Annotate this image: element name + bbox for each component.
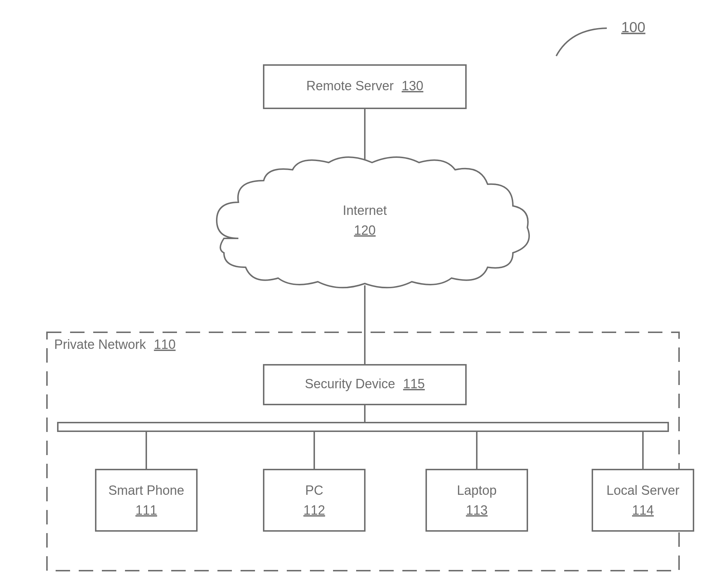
pc-ref: 112 [303, 503, 325, 518]
localserver-label: Local Server [606, 483, 679, 498]
smartphone-ref: 111 [135, 503, 157, 518]
svg-rect-9 [592, 470, 693, 531]
remote-server-label: Remote Server [306, 78, 394, 93]
localserver-ref: 114 [632, 503, 654, 518]
internet-label: Internet [343, 203, 387, 218]
smartphone-label: Smart Phone [108, 483, 184, 498]
private-network-ref: 110 [154, 337, 176, 352]
security-device-box: Security Device 115 [264, 365, 466, 405]
laptop-ref: 113 [466, 503, 488, 518]
svg-rect-6 [96, 470, 197, 531]
svg-text:Private Network
      110: Private Network 110 [54, 337, 176, 352]
localserver-box: Local Server 114 [592, 470, 693, 531]
pc-box: PC 112 [264, 470, 365, 531]
remote-server-ref: 130 [402, 78, 423, 93]
laptop-label: Laptop [457, 483, 497, 498]
internet-cloud: Internet 120 [217, 157, 529, 287]
figure-reference-number: 100 [621, 19, 645, 35]
pc-label: PC [305, 483, 323, 498]
svg-rect-7 [264, 470, 365, 531]
internet-ref: 120 [354, 223, 376, 238]
security-device-ref: 115 [403, 376, 425, 391]
smartphone-box: Smart Phone 111 [96, 470, 197, 531]
network-architecture-diagram: 100 Remote Server 130 Internet 120 Priva… [0, 0, 726, 588]
network-bus [58, 423, 668, 431]
security-device-label: Security Device [305, 376, 395, 391]
svg-text:Remote Server
      130: Remote Server 130 [306, 78, 423, 93]
private-network-label: Private Network [54, 337, 146, 352]
laptop-box: Laptop 113 [426, 470, 527, 531]
svg-text:Security Device
      115: Security Device 115 [305, 376, 425, 391]
remote-server-box: Remote Server 130 [264, 65, 466, 108]
svg-rect-8 [426, 470, 527, 531]
figure-reference-callout: 100 [556, 19, 645, 56]
